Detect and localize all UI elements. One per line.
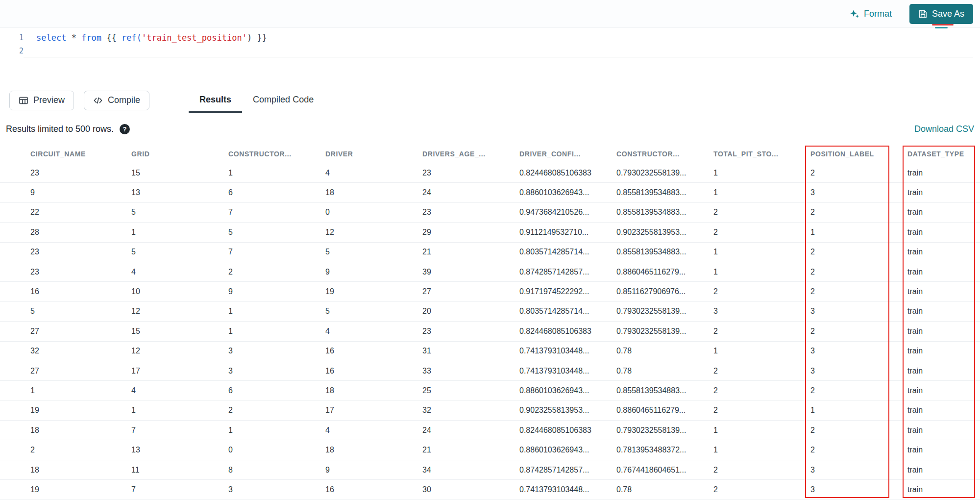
action-bar: Preview Compile Results Compiled Code xyxy=(0,88,980,113)
table-row: 14618250.8860103626943...0.8558139534883… xyxy=(0,381,980,400)
table-cell: 19 xyxy=(325,282,422,301)
table-cell: 3 xyxy=(810,460,907,479)
table-cell: 0.8860465116279... xyxy=(616,401,713,420)
sql-operator: * xyxy=(66,33,81,43)
table-cell: 9 xyxy=(30,183,131,202)
table-cell: 2 xyxy=(713,480,810,499)
table-cell: 19 xyxy=(30,401,131,420)
table-cell: 16 xyxy=(325,480,422,499)
table-cell: train xyxy=(907,163,980,182)
table-cell: 2 xyxy=(713,203,810,222)
table-cell: 16 xyxy=(325,361,422,380)
column-header: GRID xyxy=(131,145,228,163)
table-cell: 0.824468085106383 xyxy=(519,322,616,341)
table-cell: 32 xyxy=(30,342,131,361)
sql-keyword: from xyxy=(81,33,101,43)
column-header: POSITION_LABEL xyxy=(810,145,907,163)
table-cell: 1 xyxy=(713,243,810,262)
table-cell: 16 xyxy=(325,342,422,361)
table-cell: 2 xyxy=(713,381,810,400)
table-cell: 5 xyxy=(325,243,422,262)
table-cell: 2 xyxy=(713,361,810,380)
table-cell: 3 xyxy=(228,342,325,361)
column-header: CONSTRUCTOR... xyxy=(616,145,713,163)
table-cell: 5 xyxy=(131,243,228,262)
table-cell: 2 xyxy=(810,322,907,341)
table-cell: 0.9023255813953... xyxy=(519,401,616,420)
column-header: DATASET_TYPE xyxy=(907,145,980,163)
editor-line-1: 1 select * from {{ ref('train_test_posit… xyxy=(0,31,980,44)
table-cell: 34 xyxy=(422,460,519,479)
table-header: CIRCUIT_NAMEGRIDCONSTRUCTOR...DRIVERDRIV… xyxy=(0,145,980,163)
compile-label: Compile xyxy=(108,95,140,105)
table-cell: 23 xyxy=(30,262,131,281)
table-cell: 0.8860465116279... xyxy=(616,262,713,281)
download-csv-link[interactable]: Download CSV xyxy=(914,124,974,134)
table-cell: 0.78 xyxy=(616,480,713,499)
table-cell: 0.8558139534883... xyxy=(616,381,713,400)
table-cell: 0.8035714285714... xyxy=(519,243,616,262)
table-cell: 4 xyxy=(131,262,228,281)
table-cell: 24 xyxy=(422,421,519,440)
save-as-button[interactable]: Save As xyxy=(909,4,973,24)
table-cell: 20 xyxy=(422,302,519,321)
table-cell: 1 xyxy=(228,163,325,182)
table-cell: 31 xyxy=(422,342,519,361)
jinja-close: ) }} xyxy=(247,33,267,43)
table-cell: 0.8558139534883... xyxy=(616,203,713,222)
table-cell: train xyxy=(907,401,980,420)
table-cell: 15 xyxy=(131,322,228,341)
ui-fragment xyxy=(932,24,971,30)
table-cell: 6 xyxy=(228,183,325,202)
table-cell: 17 xyxy=(131,361,228,380)
sql-editor[interactable]: 1 select * from {{ ref('train_test_posit… xyxy=(0,28,980,88)
table-cell: 0.7413793103448... xyxy=(519,480,616,499)
save-icon xyxy=(918,9,928,19)
table-cell: 0.8742857142857... xyxy=(519,460,616,479)
column-header: DRIVERS_AGE_... xyxy=(422,145,519,163)
table-cell: 12 xyxy=(131,342,228,361)
table-cell: 0.8558139534883... xyxy=(616,243,713,262)
table-row: 18714240.8244680851063830.7930232558139.… xyxy=(0,421,980,440)
table-cell: 2 xyxy=(810,440,907,459)
table-cell: 30 xyxy=(422,480,519,499)
table-cell: 27 xyxy=(422,282,519,301)
table-cell: 1 xyxy=(131,401,228,420)
help-icon[interactable]: ? xyxy=(120,124,130,134)
column-header: DRIVER_CONFI... xyxy=(519,145,616,163)
table-cell: 28 xyxy=(30,223,131,242)
table-cell: 22 xyxy=(30,203,131,222)
result-tabs: Results Compiled Code xyxy=(189,88,324,113)
table-cell: 0.8860103626943... xyxy=(519,440,616,459)
code-line-empty xyxy=(24,44,973,57)
table-cell: 0.8035714285714... xyxy=(519,302,616,321)
table-cell: 0.7930232558139... xyxy=(616,302,713,321)
table-cell: 2 xyxy=(810,203,907,222)
table-cell: 16 xyxy=(30,282,131,301)
table-cell: 4 xyxy=(325,421,422,440)
table-cell: 2 xyxy=(810,163,907,182)
table-cell: 13 xyxy=(131,440,228,459)
table-cell: 39 xyxy=(422,262,519,281)
ref-function: ref( xyxy=(122,33,142,43)
table-cell: 1 xyxy=(713,421,810,440)
tab-compiled-code[interactable]: Compiled Code xyxy=(242,88,324,113)
table-cell: 1 xyxy=(713,183,810,202)
table-cell: 17 xyxy=(325,401,422,420)
table-cell: 2 xyxy=(713,322,810,341)
preview-button[interactable]: Preview xyxy=(9,91,74,110)
format-button[interactable]: Format xyxy=(850,9,892,19)
table-cell: 23 xyxy=(422,203,519,222)
table-cell: 1 xyxy=(810,401,907,420)
table-row: 1610919270.9171974522292...0.85116279069… xyxy=(0,282,980,301)
table-cell: 29 xyxy=(422,223,519,242)
tab-results-label: Results xyxy=(199,95,231,105)
jinja-open: {{ xyxy=(101,33,122,43)
table-cell: 0.8558139534883... xyxy=(616,183,713,202)
table-cell: 0.824468085106383 xyxy=(519,421,616,440)
topbar: Format Save As xyxy=(0,0,980,28)
table-cell: 0 xyxy=(228,440,325,459)
tab-results[interactable]: Results xyxy=(189,88,242,113)
table-row: 2717316330.7413793103448...0.7823train xyxy=(0,361,980,381)
compile-button[interactable]: Compile xyxy=(84,91,149,110)
